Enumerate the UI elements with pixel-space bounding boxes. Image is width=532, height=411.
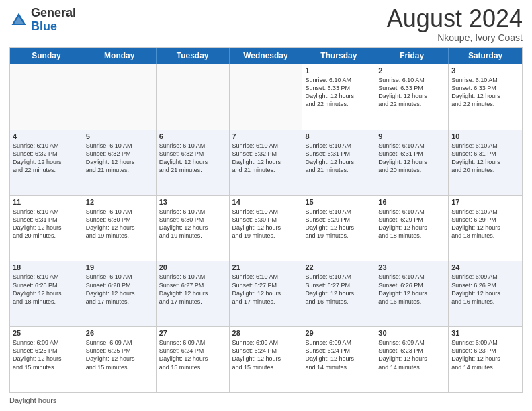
day-number: 9: [378, 132, 445, 140]
footer: Daylight hours: [9, 396, 523, 404]
day-info: Sunrise: 6:10 AM Sunset: 6:31 PM Dayligh…: [305, 142, 372, 175]
day-number: 23: [378, 263, 445, 271]
cal-day-8: 8Sunrise: 6:10 AM Sunset: 6:31 PM Daylig…: [302, 130, 375, 195]
cal-day-26: 26Sunrise: 6:09 AM Sunset: 6:25 PM Dayli…: [83, 327, 157, 392]
day-number: 3: [451, 66, 519, 75]
day-number: 26: [86, 329, 153, 337]
day-header-thursday: Thursday: [302, 48, 375, 64]
logo-text: General Blue: [31, 7, 76, 34]
cal-day-19: 19Sunrise: 6:10 AM Sunset: 6:28 PM Dayli…: [83, 261, 157, 326]
day-info: Sunrise: 6:10 AM Sunset: 6:27 PM Dayligh…: [305, 273, 372, 306]
day-number: 2: [378, 66, 445, 75]
day-number: 7: [232, 132, 300, 140]
cal-day-11: 11Sunrise: 6:10 AM Sunset: 6:31 PM Dayli…: [10, 196, 83, 261]
day-info: Sunrise: 6:10 AM Sunset: 6:27 PM Dayligh…: [159, 273, 226, 306]
day-header-sunday: Sunday: [10, 48, 83, 64]
day-info: Sunrise: 6:10 AM Sunset: 6:30 PM Dayligh…: [159, 208, 226, 240]
day-info: Sunrise: 6:10 AM Sunset: 6:28 PM Dayligh…: [13, 273, 80, 306]
cal-day-13: 13Sunrise: 6:10 AM Sunset: 6:30 PM Dayli…: [157, 196, 230, 261]
cal-day-28: 28Sunrise: 6:09 AM Sunset: 6:24 PM Dayli…: [230, 327, 303, 392]
cal-day-3: 3Sunrise: 6:10 AM Sunset: 6:33 PM Daylig…: [449, 64, 522, 130]
day-header-tuesday: Tuesday: [157, 48, 230, 64]
day-info: Sunrise: 6:10 AM Sunset: 6:31 PM Dayligh…: [378, 142, 445, 175]
day-number: 31: [451, 329, 519, 337]
day-info: Sunrise: 6:10 AM Sunset: 6:32 PM Dayligh…: [159, 142, 226, 175]
cal-empty: [157, 64, 230, 130]
header-right: August 2024 Nkoupe, Ivory Coast: [387, 7, 523, 43]
day-info: Sunrise: 6:09 AM Sunset: 6:26 PM Dayligh…: [451, 273, 519, 306]
footer-label: Daylight hours: [9, 396, 56, 404]
day-info: Sunrise: 6:10 AM Sunset: 6:32 PM Dayligh…: [13, 142, 80, 175]
cal-day-14: 14Sunrise: 6:10 AM Sunset: 6:30 PM Dayli…: [230, 196, 303, 261]
day-info: Sunrise: 6:09 AM Sunset: 6:23 PM Dayligh…: [451, 338, 519, 371]
day-info: Sunrise: 6:10 AM Sunset: 6:30 PM Dayligh…: [232, 208, 300, 240]
day-info: Sunrise: 6:10 AM Sunset: 6:29 PM Dayligh…: [305, 208, 372, 240]
day-number: 24: [451, 263, 519, 271]
cal-day-16: 16Sunrise: 6:10 AM Sunset: 6:29 PM Dayli…: [375, 196, 449, 261]
cal-day-10: 10Sunrise: 6:10 AM Sunset: 6:31 PM Dayli…: [449, 130, 522, 195]
day-info: Sunrise: 6:10 AM Sunset: 6:30 PM Dayligh…: [86, 208, 153, 240]
page-header: General Blue August 2024 Nkoupe, Ivory C…: [9, 7, 523, 43]
day-number: 28: [232, 329, 300, 337]
logo: General Blue: [9, 7, 76, 34]
day-header-monday: Monday: [83, 48, 157, 64]
day-number: 4: [13, 132, 80, 140]
day-number: 19: [86, 263, 153, 271]
day-info: Sunrise: 6:10 AM Sunset: 6:27 PM Dayligh…: [232, 273, 300, 306]
day-number: 6: [159, 132, 226, 140]
cal-week-4: 18Sunrise: 6:10 AM Sunset: 6:28 PM Dayli…: [10, 261, 522, 326]
cal-day-2: 2Sunrise: 6:10 AM Sunset: 6:33 PM Daylig…: [375, 64, 449, 130]
day-info: Sunrise: 6:09 AM Sunset: 6:24 PM Dayligh…: [305, 338, 372, 371]
logo-general: General: [31, 7, 76, 20]
day-info: Sunrise: 6:10 AM Sunset: 6:29 PM Dayligh…: [378, 208, 445, 240]
day-info: Sunrise: 6:10 AM Sunset: 6:31 PM Dayligh…: [451, 142, 519, 175]
cal-day-24: 24Sunrise: 6:09 AM Sunset: 6:26 PM Dayli…: [449, 261, 522, 326]
day-number: 29: [305, 329, 372, 337]
cal-empty: [230, 64, 303, 130]
day-header-wednesday: Wednesday: [230, 48, 303, 64]
day-number: 21: [232, 263, 300, 271]
day-info: Sunrise: 6:10 AM Sunset: 6:33 PM Dayligh…: [378, 76, 445, 109]
day-info: Sunrise: 6:10 AM Sunset: 6:31 PM Dayligh…: [13, 208, 80, 240]
day-number: 5: [86, 132, 153, 140]
calendar-header: SundayMondayTuesdayWednesdayThursdayFrid…: [10, 48, 522, 64]
day-info: Sunrise: 6:10 AM Sunset: 6:33 PM Dayligh…: [305, 76, 372, 109]
day-number: 25: [13, 329, 80, 337]
location: Nkoupe, Ivory Coast: [387, 32, 523, 43]
day-info: Sunrise: 6:09 AM Sunset: 6:23 PM Dayligh…: [378, 338, 445, 371]
day-header-saturday: Saturday: [449, 48, 522, 64]
day-number: 8: [305, 132, 372, 140]
day-info: Sunrise: 6:10 AM Sunset: 6:32 PM Dayligh…: [86, 142, 153, 175]
day-info: Sunrise: 6:09 AM Sunset: 6:25 PM Dayligh…: [86, 338, 153, 371]
day-info: Sunrise: 6:10 AM Sunset: 6:29 PM Dayligh…: [451, 208, 519, 240]
cal-day-23: 23Sunrise: 6:10 AM Sunset: 6:26 PM Dayli…: [375, 261, 449, 326]
cal-day-27: 27Sunrise: 6:09 AM Sunset: 6:24 PM Dayli…: [157, 327, 230, 392]
cal-day-22: 22Sunrise: 6:10 AM Sunset: 6:27 PM Dayli…: [302, 261, 375, 326]
day-info: Sunrise: 6:10 AM Sunset: 6:32 PM Dayligh…: [232, 142, 300, 175]
cal-day-18: 18Sunrise: 6:10 AM Sunset: 6:28 PM Dayli…: [10, 261, 83, 326]
day-number: 27: [159, 329, 226, 337]
cal-day-1: 1Sunrise: 6:10 AM Sunset: 6:33 PM Daylig…: [302, 64, 375, 130]
day-number: 18: [13, 263, 80, 271]
day-number: 11: [13, 198, 80, 206]
cal-day-9: 9Sunrise: 6:10 AM Sunset: 6:31 PM Daylig…: [375, 130, 449, 195]
cal-day-25: 25Sunrise: 6:09 AM Sunset: 6:25 PM Dayli…: [10, 327, 83, 392]
day-number: 1: [305, 66, 372, 75]
cal-week-1: 1Sunrise: 6:10 AM Sunset: 6:33 PM Daylig…: [10, 64, 522, 130]
logo-blue: Blue: [31, 20, 76, 34]
cal-empty: [10, 64, 83, 130]
day-info: Sunrise: 6:10 AM Sunset: 6:33 PM Dayligh…: [451, 76, 519, 109]
cal-week-3: 11Sunrise: 6:10 AM Sunset: 6:31 PM Dayli…: [10, 195, 522, 261]
month-title: August 2024: [387, 7, 523, 31]
cal-day-5: 5Sunrise: 6:10 AM Sunset: 6:32 PM Daylig…: [83, 130, 157, 195]
cal-week-5: 25Sunrise: 6:09 AM Sunset: 6:25 PM Dayli…: [10, 326, 522, 392]
day-info: Sunrise: 6:10 AM Sunset: 6:28 PM Dayligh…: [86, 273, 153, 306]
cal-day-29: 29Sunrise: 6:09 AM Sunset: 6:24 PM Dayli…: [302, 327, 375, 392]
cal-week-2: 4Sunrise: 6:10 AM Sunset: 6:32 PM Daylig…: [10, 130, 522, 195]
day-info: Sunrise: 6:09 AM Sunset: 6:24 PM Dayligh…: [159, 338, 226, 371]
logo-icon: [9, 11, 28, 30]
day-info: Sunrise: 6:09 AM Sunset: 6:24 PM Dayligh…: [232, 338, 300, 371]
calendar-body: 1Sunrise: 6:10 AM Sunset: 6:33 PM Daylig…: [10, 64, 522, 392]
cal-day-6: 6Sunrise: 6:10 AM Sunset: 6:32 PM Daylig…: [157, 130, 230, 195]
day-info: Sunrise: 6:09 AM Sunset: 6:25 PM Dayligh…: [13, 338, 80, 371]
